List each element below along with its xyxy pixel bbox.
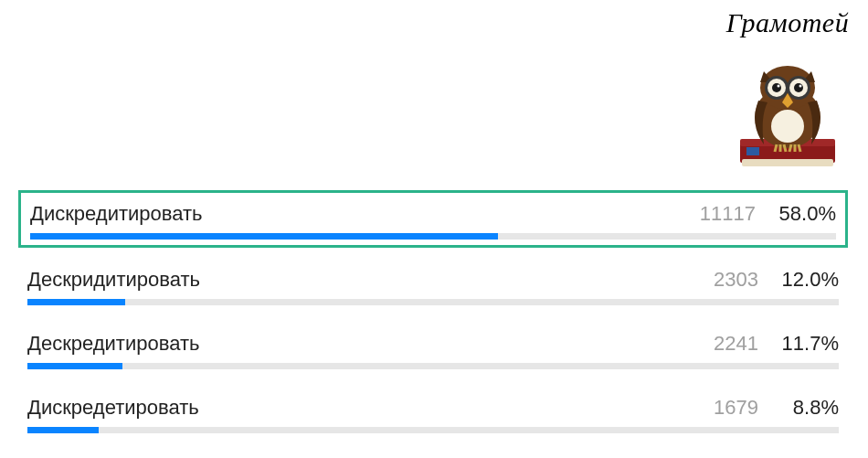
result-row: Дискредетировать 1679 8.8% [18, 387, 848, 438]
result-line: Дискредетировать 1679 8.8% [27, 396, 839, 420]
bar-fill [27, 363, 122, 369]
svg-rect-1 [742, 159, 833, 166]
owl-on-book-icon [724, 42, 852, 170]
bar-fill [27, 299, 125, 305]
svg-point-11 [772, 83, 781, 92]
bar-track [27, 363, 839, 369]
bar-fill [27, 427, 99, 433]
poll-results: Дискредитировать 11117 58.0% Дескридитир… [18, 190, 848, 451]
result-label: Дескридитировать [27, 268, 700, 292]
svg-rect-3 [746, 147, 759, 155]
result-count: 1679 [700, 396, 758, 420]
result-line: Дескредитировать 2241 11.7% [27, 332, 839, 356]
result-row: Дескридитировать 2303 12.0% [18, 259, 848, 310]
bar-track [30, 233, 836, 240]
result-line: Дискредитировать 11117 58.0% [30, 202, 836, 226]
bar-track [27, 299, 839, 305]
result-line: Дескридитировать 2303 12.0% [27, 268, 839, 292]
result-count: 11117 [697, 202, 756, 226]
brand-block: Грамотей [724, 7, 852, 170]
svg-point-5 [771, 110, 804, 143]
result-percent: 12.0% [778, 268, 839, 292]
result-row: Дискредитировать 11117 58.0% [18, 190, 848, 248]
result-label: Дискредитировать [30, 202, 697, 226]
result-count: 2303 [700, 268, 758, 292]
brand-title: Грамотей [724, 7, 852, 38]
svg-point-13 [778, 85, 780, 88]
result-percent: 8.8% [778, 396, 839, 420]
result-percent: 58.0% [776, 202, 836, 226]
result-row: Дескредитировать 2241 11.7% [18, 323, 848, 374]
result-count: 2241 [700, 332, 758, 356]
result-percent: 11.7% [778, 332, 839, 356]
bar-track [27, 427, 839, 433]
svg-point-14 [799, 85, 802, 88]
result-label: Дескредитировать [27, 332, 700, 356]
result-label: Дискредетировать [27, 396, 700, 420]
svg-point-12 [794, 83, 803, 92]
bar-fill [30, 233, 498, 240]
